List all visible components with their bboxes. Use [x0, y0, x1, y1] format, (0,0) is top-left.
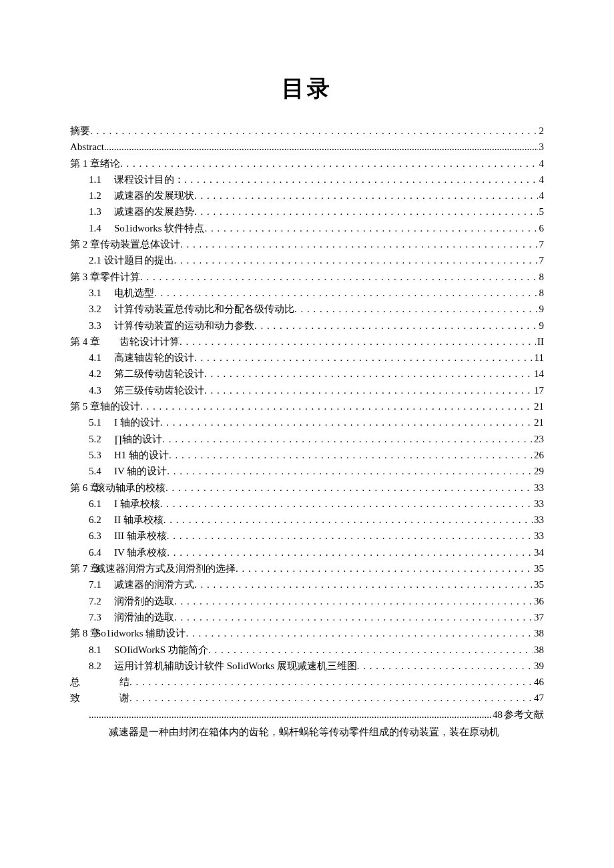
toc-number: 7.3 [89, 609, 110, 625]
toc-leader [204, 366, 533, 382]
toc-number: 1.4 [89, 220, 110, 236]
toc-text: 电机选型 [114, 285, 154, 301]
toc-text: Abstract [70, 139, 104, 155]
toc-text: So1idworks 软件特点 [114, 220, 204, 236]
toc-leader [166, 480, 533, 496]
toc-leader [174, 252, 538, 268]
toc-text: I 轴的设计 [114, 414, 160, 430]
toc-page: 34 [533, 544, 544, 560]
toc-text: 课程设计目的： [114, 171, 184, 187]
toc-leader [194, 350, 533, 366]
toc-entry: 48 参考文献 [70, 707, 544, 723]
toc-entry: 4.1高速轴齿轮的设计11 [70, 350, 544, 366]
toc-leader [236, 560, 533, 576]
toc-number: 3.1 [89, 285, 110, 301]
toc-number: 致 [70, 690, 115, 706]
toc-text: 滚动轴承的校核 [95, 480, 166, 496]
toc-number: 1.1 [89, 171, 110, 187]
toc-leader [167, 528, 533, 544]
toc-page: 17 [533, 382, 544, 398]
toc-page: 3 [538, 139, 545, 155]
toc-leader [90, 123, 538, 139]
toc-leader [167, 544, 533, 560]
toc-page: 48 [491, 707, 503, 723]
toc-entry: 第 1 章绪论4 [70, 155, 544, 171]
toc-number: 6.2 [89, 512, 110, 528]
toc-page: 8 [538, 269, 545, 285]
toc-entry: 第 6 章滚动轴承的校核33 [70, 480, 544, 496]
toc-entry: 3.1电机选型8 [70, 285, 544, 301]
toc-entry: 3.3计算传动装置的运动和动力参数9 [70, 318, 544, 334]
toc-page: 23 [533, 431, 544, 447]
toc-number: 6.3 [89, 528, 110, 544]
toc-text: III 轴承校核 [114, 528, 167, 544]
toc-entry: 第 5 章轴的设计21 [70, 398, 544, 414]
toc-entry: Abstract3 [70, 139, 544, 155]
toc-leader [164, 512, 533, 528]
toc-page: 46 [533, 674, 544, 690]
toc-page: 35 [533, 560, 544, 576]
toc-text: ∏轴的设计 [114, 431, 162, 447]
toc-text: 运用计算机辅助设计软件 SoIidWorks 展现减速机三维图 [114, 658, 357, 674]
toc-page: 4 [538, 171, 545, 187]
toc-number: 总 [70, 674, 115, 690]
toc-entry: 7.2润滑剂的选取36 [70, 593, 544, 609]
page-title: 目录 [70, 73, 544, 104]
toc-text: 第 2 章传动装置总体设计 [70, 236, 180, 252]
toc-page: 9 [538, 318, 545, 334]
toc-text: IV 轴承校核 [114, 544, 167, 560]
toc-trail: 参考文献 [503, 707, 544, 723]
table-of-contents: 摘要2Abstract3第 1 章绪论41.1课程设计目的：41.2减速器的发展… [70, 123, 544, 723]
toc-text: 润滑剂的选取 [114, 593, 174, 609]
toc-number: 5.1 [89, 414, 110, 430]
toc-page: 2 [538, 123, 545, 139]
toc-number: 3.3 [89, 318, 110, 334]
toc-leader [104, 139, 538, 155]
toc-number: 4.1 [89, 350, 110, 366]
toc-entry: 8.2运用计算机辅助设计软件 SoIidWorks 展现减速机三维图39 [70, 658, 544, 674]
toc-leader [167, 463, 533, 479]
toc-text: 减速器的润滑方式 [114, 576, 194, 592]
toc-text: SOIidWorkS 功能简介 [114, 642, 208, 658]
toc-text: I 轴承校核 [114, 496, 160, 512]
toc-entry: 1.2减速器的发展现状4 [70, 187, 544, 203]
toc-text: 摘要 [70, 123, 90, 139]
toc-leader [254, 318, 538, 334]
toc-page: 33 [533, 528, 544, 544]
toc-page: II [536, 334, 544, 350]
toc-entry: 5.1I 轴的设计21 [70, 414, 544, 430]
toc-number: 5.3 [89, 447, 110, 463]
toc-entry: 第 3 章零件计算8 [70, 269, 544, 285]
toc-page: 26 [533, 447, 544, 463]
toc-leader [89, 707, 491, 723]
toc-page: 11 [533, 350, 544, 366]
toc-text: 谢 [119, 690, 129, 706]
toc-page: 5 [538, 203, 545, 220]
toc-leader [140, 398, 533, 414]
toc-leader [160, 414, 533, 430]
toc-text: 笫二级传动齿轮设计 [114, 366, 204, 382]
toc-leader [357, 658, 533, 674]
toc-page: 36 [533, 593, 544, 609]
toc-number: 第 4 章 [70, 334, 115, 350]
toc-page: 4 [538, 155, 545, 171]
toc-text: 2.1 设计题目的提出 [89, 252, 174, 268]
toc-number: 第 6 章 [70, 480, 91, 496]
toc-text: 第 5 章轴的设计 [70, 398, 140, 414]
toc-text: 第 1 章绪论 [70, 155, 120, 171]
toc-page: 33 [533, 480, 544, 496]
toc-text: II 轴承校核 [114, 512, 164, 528]
toc-text: So1idworks 辅助设计 [95, 625, 186, 641]
toc-page: 7 [538, 252, 545, 268]
toc-entry: 6.2II 轴承校核33 [70, 512, 544, 528]
toc-entry: 7.3润滑油的选取37 [70, 609, 544, 625]
toc-leader [180, 236, 538, 252]
toc-text: 减速器的发展趋势 [114, 203, 194, 220]
toc-page: 39 [533, 658, 544, 674]
toc-page: 9 [538, 301, 545, 317]
toc-leader [194, 576, 533, 592]
toc-text: 笫三级传动齿轮设计 [114, 382, 204, 398]
toc-text: H1 轴的设计 [114, 447, 169, 463]
toc-number: 第 7 章 [70, 560, 91, 576]
toc-entry: 第 8 章So1idworks 辅助设计38 [70, 625, 544, 641]
